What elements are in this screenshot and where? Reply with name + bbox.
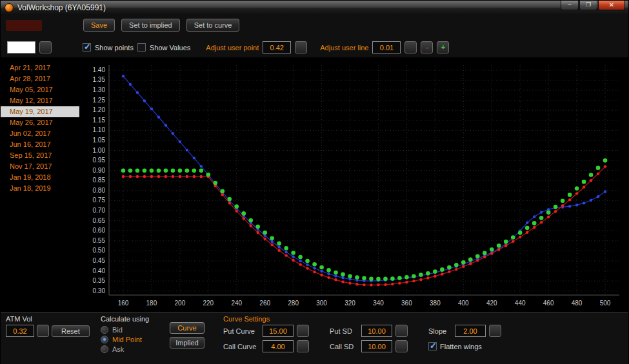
set-to-curve-button[interactable]: Set to curve xyxy=(186,19,240,32)
radio-label: Bid xyxy=(112,326,123,334)
slope-input[interactable] xyxy=(455,325,486,337)
svg-text:0.65: 0.65 xyxy=(93,217,106,224)
calc-using-option-bid[interactable]: Bid xyxy=(101,325,170,334)
calculate-using-label: Calculate using xyxy=(101,315,170,323)
expiry-date-item[interactable]: Jun 16, 2017 xyxy=(1,139,79,150)
svg-text:400: 400 xyxy=(458,300,469,307)
curve-mode-button[interactable]: Curve xyxy=(170,322,205,334)
expiry-date-item[interactable]: May 26, 2017 xyxy=(1,117,79,128)
calc-using-option-mid-point[interactable]: Mid Point xyxy=(101,334,170,344)
svg-text:0.55: 0.55 xyxy=(93,237,106,244)
svg-text:360: 360 xyxy=(401,300,412,307)
title-bar[interactable]: VolWorkshop (6YA05991) – ❐ ✕ xyxy=(1,1,628,15)
call-sd-spinner-button[interactable] xyxy=(395,340,408,352)
svg-text:220: 220 xyxy=(203,300,214,307)
svg-text:460: 460 xyxy=(543,300,554,307)
expiry-date-item[interactable]: May 12, 2017 xyxy=(1,95,79,106)
show-values-label: Show Values xyxy=(150,44,190,52)
expiry-date-item[interactable]: Apr 28, 2017 xyxy=(1,73,79,84)
save-button[interactable]: Save xyxy=(83,19,115,32)
adjust-user-line-spinner-button[interactable] xyxy=(404,41,417,53)
svg-text:480: 480 xyxy=(572,300,583,307)
maximize-button[interactable]: ❐ xyxy=(579,1,597,10)
put-sd-label: Put SD xyxy=(330,327,358,335)
svg-text:0.50: 0.50 xyxy=(93,247,106,254)
close-button[interactable]: ✕ xyxy=(598,1,625,10)
radio-icon[interactable] xyxy=(101,336,108,343)
expiry-date-item[interactable]: Nov 17, 2017 xyxy=(1,161,79,172)
svg-text:380: 380 xyxy=(430,300,441,307)
adjust-user-line-input[interactable] xyxy=(372,41,401,53)
svg-text:0.60: 0.60 xyxy=(93,227,106,234)
implied-mode-button[interactable]: Implied xyxy=(170,337,205,349)
minimize-button[interactable]: – xyxy=(561,1,579,10)
put-curve-input[interactable] xyxy=(263,325,294,337)
svg-text:440: 440 xyxy=(515,300,526,307)
svg-text:340: 340 xyxy=(373,300,384,307)
svg-text:420: 420 xyxy=(486,300,497,307)
expiry-date-item[interactable]: Sep 15, 2017 xyxy=(1,150,79,161)
svg-text:1.35: 1.35 xyxy=(93,76,106,83)
svg-text:0.85: 0.85 xyxy=(93,177,106,184)
atm-vol-spinner-button[interactable] xyxy=(37,325,49,337)
expiry-date-item[interactable]: Jan 18, 2019 xyxy=(1,183,79,194)
strike-input[interactable] xyxy=(7,41,35,53)
svg-text:1.15: 1.15 xyxy=(93,117,106,124)
adjust-user-point-spinner-button[interactable] xyxy=(295,41,307,53)
call-curve-input[interactable] xyxy=(263,340,294,352)
radio-label: Ask xyxy=(112,345,124,353)
calc-using-option-ask[interactable]: Ask xyxy=(101,344,170,354)
svg-text:260: 260 xyxy=(259,300,270,307)
call-sd-input[interactable] xyxy=(361,340,392,352)
put-sd-input[interactable] xyxy=(361,325,392,337)
slope-spinner-button[interactable] xyxy=(489,325,501,337)
svg-text:500: 500 xyxy=(600,300,611,307)
svg-text:1.25: 1.25 xyxy=(93,97,106,104)
calculate-using-radio-group: BidMid PointAsk xyxy=(101,325,170,354)
strike-spinner-button[interactable] xyxy=(39,41,52,53)
slope-label: Slope xyxy=(428,327,452,335)
call-curve-spinner-button[interactable] xyxy=(297,340,309,352)
svg-text:1.20: 1.20 xyxy=(93,106,106,113)
svg-text:320: 320 xyxy=(344,300,355,307)
svg-text:0.75: 0.75 xyxy=(93,196,106,204)
flatten-wings-label: Flatten wings xyxy=(440,343,482,350)
flatten-wings-checkbox[interactable] xyxy=(428,342,437,350)
volworkshop-window: VolWorkshop (6YA05991) – ❐ ✕ Save Set to… xyxy=(0,0,629,364)
increment-button[interactable]: + xyxy=(437,41,449,53)
svg-text:0.40: 0.40 xyxy=(93,267,106,274)
svg-text:1.30: 1.30 xyxy=(93,86,106,93)
atm-vol-input[interactable] xyxy=(6,325,34,337)
svg-text:160: 160 xyxy=(118,300,129,307)
reset-button[interactable]: Reset xyxy=(52,325,90,337)
expiry-date-item[interactable]: Apr 21, 2017 xyxy=(1,62,79,73)
expiry-date-item[interactable]: Jun 02, 2017 xyxy=(1,128,79,139)
svg-text:200: 200 xyxy=(175,300,186,307)
atm-vol-label: ATM Vol xyxy=(6,315,101,323)
radio-icon[interactable] xyxy=(101,326,108,334)
svg-text:0.45: 0.45 xyxy=(93,257,106,264)
decrement-button[interactable]: - xyxy=(421,41,433,53)
svg-text:1.05: 1.05 xyxy=(93,137,106,144)
put-curve-spinner-button[interactable] xyxy=(297,325,309,337)
adjust-user-point-input[interactable] xyxy=(263,41,291,53)
svg-text:1.10: 1.10 xyxy=(93,126,106,133)
adjust-user-point-label: Adjust user point xyxy=(206,44,259,52)
expiry-date-item[interactable]: May 05, 2017 xyxy=(1,84,79,95)
show-values-checkbox[interactable] xyxy=(137,43,146,52)
adjust-user-line-label: Adjust user line xyxy=(320,44,368,52)
svg-text:1.00: 1.00 xyxy=(93,147,106,154)
expiry-date-item[interactable]: May 19, 2017 xyxy=(1,106,79,117)
show-points-checkbox[interactable] xyxy=(83,43,91,52)
instrument-label xyxy=(6,20,42,31)
put-sd-spinner-button[interactable] xyxy=(395,325,408,337)
put-curve-label: Put Curve xyxy=(223,327,259,335)
vol-chart[interactable]: 1.401.351.301.251.201.151.101.051.000.95… xyxy=(79,57,629,312)
show-points-label: Show points xyxy=(95,44,134,52)
curve-settings-title: Curve Settings xyxy=(223,315,628,323)
radio-icon[interactable] xyxy=(101,345,108,353)
expiry-date-list: Apr 21, 2017Apr 28, 2017May 05, 2017May … xyxy=(1,57,79,312)
svg-text:280: 280 xyxy=(288,300,299,307)
expiry-date-item[interactable]: Jan 19, 2018 xyxy=(1,172,79,183)
set-to-implied-button[interactable]: Set to implied xyxy=(121,19,180,32)
